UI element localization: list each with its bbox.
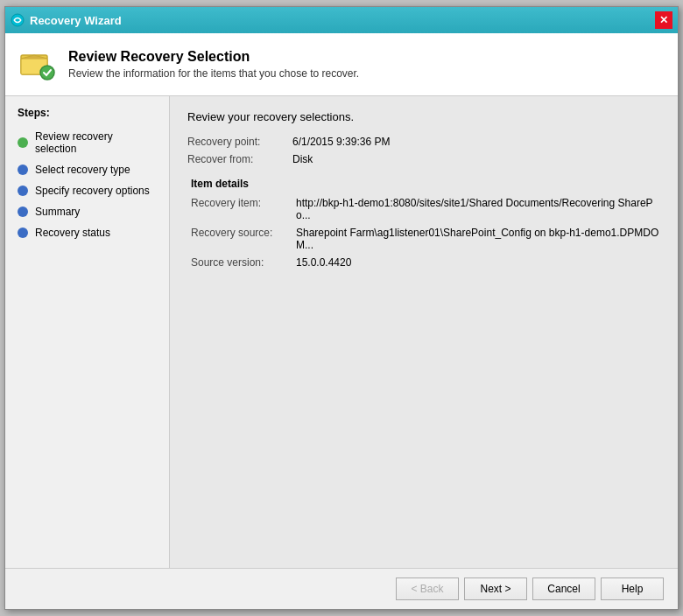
body: Steps: Review recovery selection Select … bbox=[5, 96, 678, 568]
header-text: Review Recovery Selection Review the inf… bbox=[68, 49, 359, 80]
back-button[interactable]: < Back bbox=[396, 578, 459, 600]
recover-from-value: Disk bbox=[292, 153, 313, 165]
recovery-point-value: 6/1/2015 9:39:36 PM bbox=[292, 136, 390, 148]
close-button[interactable]: ✕ bbox=[655, 11, 672, 29]
header-title: Review Recovery Selection bbox=[68, 49, 359, 65]
sidebar-item-recovery-status[interactable]: Recovery status bbox=[5, 222, 169, 243]
help-button[interactable]: Help bbox=[601, 578, 664, 600]
sidebar-item-summary-label: Summary bbox=[35, 206, 80, 218]
next-button[interactable]: Next > bbox=[464, 578, 527, 600]
source-version-row: Source version: 15.0.0.4420 bbox=[187, 256, 660, 269]
recovery-source-value: Sharepoint Farm\ag1listener01\SharePoint… bbox=[296, 227, 660, 251]
recovery-point-row: Recovery point: 6/1/2015 9:39:36 PM bbox=[187, 136, 660, 148]
sidebar-item-review-label: Review recovery selection bbox=[35, 130, 157, 155]
item-details-section: Item details Recovery item: http://bkp-h… bbox=[187, 178, 660, 269]
dot-blue-icon-3 bbox=[18, 206, 28, 217]
footer: < Back Next > Cancel Help bbox=[5, 568, 678, 609]
recovery-item-row: Recovery item: http://bkp-h1-demo1:8080/… bbox=[187, 197, 660, 221]
sidebar: Steps: Review recovery selection Select … bbox=[5, 96, 170, 568]
main-intro: Review your recovery selections. bbox=[187, 110, 660, 123]
recovery-wizard-window: Recovery Wizard ✕ Review Recovery Select… bbox=[4, 6, 679, 610]
svg-point-3 bbox=[40, 66, 54, 80]
header-subtitle: Review the information for the items tha… bbox=[68, 67, 359, 80]
cancel-button[interactable]: Cancel bbox=[532, 578, 595, 600]
recover-from-row: Recover from: Disk bbox=[187, 153, 660, 165]
source-version-label: Source version: bbox=[191, 256, 296, 269]
sidebar-steps-label: Steps: bbox=[5, 107, 169, 126]
sidebar-item-specify-options-label: Specify recovery options bbox=[35, 185, 150, 197]
title-bar: Recovery Wizard ✕ bbox=[5, 7, 678, 33]
dot-blue-icon-1 bbox=[18, 164, 28, 175]
dot-blue-icon-4 bbox=[18, 228, 28, 238]
recovery-source-row: Recovery source: Sharepoint Farm\ag1list… bbox=[187, 227, 660, 251]
recover-from-label: Recover from: bbox=[187, 153, 292, 165]
sidebar-item-review[interactable]: Review recovery selection bbox=[5, 126, 169, 159]
svg-point-0 bbox=[11, 14, 24, 26]
header: Review Recovery Selection Review the inf… bbox=[5, 33, 678, 96]
recovery-item-value: http://bkp-h1-demo1:8080/sites/site1/Sha… bbox=[296, 197, 660, 221]
main-content: Review your recovery selections. Recover… bbox=[170, 96, 678, 568]
dot-blue-icon-2 bbox=[18, 186, 28, 196]
sidebar-item-select-type[interactable]: Select recovery type bbox=[5, 159, 169, 180]
sidebar-item-summary[interactable]: Summary bbox=[5, 201, 169, 222]
app-icon bbox=[11, 13, 25, 27]
window-title: Recovery Wizard bbox=[30, 14, 122, 27]
dot-green-icon bbox=[18, 137, 28, 148]
recovery-item-label: Recovery item: bbox=[191, 197, 296, 221]
item-details-header: Item details bbox=[187, 178, 660, 190]
recovery-source-label: Recovery source: bbox=[191, 227, 296, 251]
header-icon bbox=[19, 46, 56, 83]
recovery-point-label: Recovery point: bbox=[187, 136, 292, 148]
sidebar-item-recovery-status-label: Recovery status bbox=[35, 227, 110, 239]
sidebar-item-select-type-label: Select recovery type bbox=[35, 164, 130, 176]
source-version-value: 15.0.0.4420 bbox=[296, 256, 351, 269]
sidebar-item-specify-options[interactable]: Specify recovery options bbox=[5, 180, 169, 201]
title-bar-left: Recovery Wizard bbox=[11, 13, 122, 27]
